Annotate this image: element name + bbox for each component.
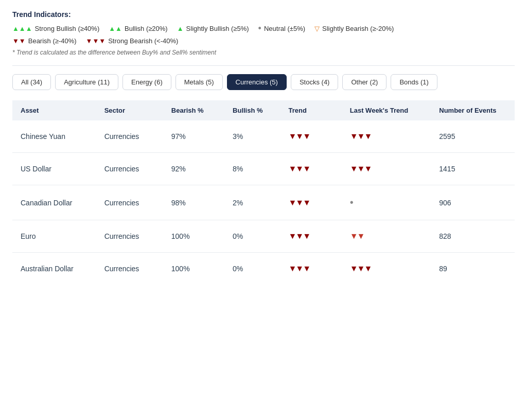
strong-bearish-trend-icon: ▼▼▼ xyxy=(350,132,372,141)
col-header-bearish: Bearish % xyxy=(163,100,224,120)
filter-tabs: All (34) Agriculture (11) Energy (6) Met… xyxy=(12,74,515,90)
cell-events-1: 1415 xyxy=(431,153,515,185)
bearish-trend-icon: ▼▼ xyxy=(350,232,364,240)
trend-indicators-section: Trend Indicators: ▲▲▲ Strong Bullish (≥4… xyxy=(12,10,515,56)
slightly-bullish-icon: ▲ xyxy=(177,25,184,32)
slightly-bearish-icon: ▽ xyxy=(314,25,320,32)
cell-bearish-1: 92% xyxy=(163,153,224,185)
cell-last-week-4: ▼▼▼ xyxy=(342,253,431,285)
strong-bearish-icon: ▼▼▼ xyxy=(86,37,106,45)
table-header-row: Asset Sector Bearish % Bullish % Trend L… xyxy=(12,100,515,120)
legend-strong-bearish: ▼▼▼ Strong Bearish (<-40%) xyxy=(86,37,179,45)
strong-bearish-trend-icon: ▼▼▼ xyxy=(289,164,310,173)
cell-sector-1: Currencies xyxy=(96,153,163,185)
bearish-label: Bearish (≥-40%) xyxy=(28,37,77,45)
neutral-icon: • xyxy=(258,24,261,33)
cell-events-4: 89 xyxy=(431,253,515,285)
trend-note: * Trend is calculated as the difference … xyxy=(12,49,515,56)
cell-asset-3: Euro xyxy=(12,220,96,253)
strong-bearish-trend-icon: ▼▼▼ xyxy=(350,164,372,173)
trend-indicators-title: Trend Indicators: xyxy=(12,10,515,19)
strong-bearish-trend-icon: ▼▼▼ xyxy=(289,264,310,273)
tab-agriculture[interactable]: Agriculture (11) xyxy=(55,74,118,90)
table-row: Chinese Yuan Currencies 97% 3% ▼▼▼ ▼▼▼ 2… xyxy=(12,120,515,153)
legend-row-2: ▼▼ Bearish (≥-40%) ▼▼▼ Strong Bearish (<… xyxy=(12,37,515,45)
cell-trend-1: ▼▼▼ xyxy=(280,153,342,185)
table-row: Euro Currencies 100% 0% ▼▼▼ ▼▼ 828 xyxy=(12,220,515,253)
cell-sector-2: Currencies xyxy=(96,185,163,220)
cell-trend-2: ▼▼▼ xyxy=(280,185,342,220)
legend-slightly-bullish: ▲ Slightly Bullish (≥5%) xyxy=(177,25,249,32)
cell-bearish-2: 98% xyxy=(163,185,224,220)
col-header-trend: Trend xyxy=(280,100,342,120)
neutral-label: Neutral (±5%) xyxy=(264,25,305,32)
cell-bullish-4: 0% xyxy=(224,253,280,285)
cell-bullish-2: 2% xyxy=(224,185,280,220)
strong-bearish-label: Strong Bearish (<-40%) xyxy=(108,37,178,45)
cell-trend-4: ▼▼▼ xyxy=(280,253,342,285)
slightly-bullish-label: Slightly Bullish (≥5%) xyxy=(186,25,249,32)
table-header: Asset Sector Bearish % Bullish % Trend L… xyxy=(12,100,515,120)
cell-last-week-0: ▼▼▼ xyxy=(342,120,431,153)
tab-all[interactable]: All (34) xyxy=(12,74,51,90)
tab-currencies[interactable]: Currencies (5) xyxy=(227,74,287,90)
bullish-label: Bullish (≥20%) xyxy=(125,25,168,32)
section-divider xyxy=(12,65,515,66)
col-header-bullish: Bullish % xyxy=(224,100,280,120)
cell-last-week-2: • xyxy=(342,185,431,220)
strong-bearish-trend-icon: ▼▼▼ xyxy=(289,198,310,207)
cell-bullish-3: 0% xyxy=(224,220,280,253)
strong-bullish-label: Strong Bullish (≥40%) xyxy=(35,25,100,32)
legend-strong-bullish: ▲▲▲ Strong Bullish (≥40%) xyxy=(12,25,99,32)
bullish-icon: ▲▲ xyxy=(109,25,122,32)
cell-trend-3: ▼▼▼ xyxy=(280,220,342,253)
cell-asset-0: Chinese Yuan xyxy=(12,120,96,153)
col-header-last-week: Last Week's Trend xyxy=(342,100,431,120)
table-row: Australian Dollar Currencies 100% 0% ▼▼▼… xyxy=(12,253,515,285)
cell-last-week-1: ▼▼▼ xyxy=(342,153,431,185)
strong-bearish-trend-icon: ▼▼▼ xyxy=(350,264,372,273)
strong-bullish-icon: ▲▲▲ xyxy=(12,25,32,32)
cell-asset-2: Canadian Dollar xyxy=(12,185,96,220)
legend-slightly-bearish: ▽ Slightly Bearish (≥-20%) xyxy=(314,25,394,32)
table-body: Chinese Yuan Currencies 97% 3% ▼▼▼ ▼▼▼ 2… xyxy=(12,120,515,285)
tab-metals[interactable]: Metals (5) xyxy=(175,74,223,90)
neutral-trend-icon: • xyxy=(350,197,354,208)
cell-sector-0: Currencies xyxy=(96,120,163,153)
cell-events-3: 828 xyxy=(431,220,515,253)
legend-bullish: ▲▲ Bullish (≥20%) xyxy=(109,25,167,32)
strong-bearish-trend-icon: ▼▼▼ xyxy=(289,132,310,141)
cell-sector-4: Currencies xyxy=(96,253,163,285)
col-header-asset: Asset xyxy=(12,100,96,120)
strong-bearish-trend-icon: ▼▼▼ xyxy=(289,232,310,240)
cell-bearish-0: 97% xyxy=(163,120,224,153)
table-row: Canadian Dollar Currencies 98% 2% ▼▼▼ • … xyxy=(12,185,515,220)
col-header-sector: Sector xyxy=(96,100,163,120)
cell-sector-3: Currencies xyxy=(96,220,163,253)
cell-bearish-4: 100% xyxy=(163,253,224,285)
legend-row-1: ▲▲▲ Strong Bullish (≥40%) ▲▲ Bullish (≥2… xyxy=(12,24,515,33)
cell-asset-4: Australian Dollar xyxy=(12,253,96,285)
legend-bearish: ▼▼ Bearish (≥-40%) xyxy=(12,37,77,45)
cell-bearish-3: 100% xyxy=(163,220,224,253)
tab-energy[interactable]: Energy (6) xyxy=(122,74,171,90)
cell-bullish-1: 8% xyxy=(224,153,280,185)
col-header-events: Number of Events xyxy=(431,100,515,120)
cell-last-week-3: ▼▼ xyxy=(342,220,431,253)
slightly-bearish-label: Slightly Bearish (≥-20%) xyxy=(322,25,394,32)
bearish-icon: ▼▼ xyxy=(12,37,26,45)
cell-trend-0: ▼▼▼ xyxy=(280,120,342,153)
table-row: US Dollar Currencies 92% 8% ▼▼▼ ▼▼▼ 1415 xyxy=(12,153,515,185)
cell-asset-1: US Dollar xyxy=(12,153,96,185)
data-table: Asset Sector Bearish % Bullish % Trend L… xyxy=(12,100,515,285)
legend-neutral: • Neutral (±5%) xyxy=(258,24,305,33)
cell-events-2: 906 xyxy=(431,185,515,220)
tab-bonds[interactable]: Bonds (1) xyxy=(391,74,437,90)
tab-stocks[interactable]: Stocks (4) xyxy=(291,74,339,90)
cell-bullish-0: 3% xyxy=(224,120,280,153)
cell-events-0: 2595 xyxy=(431,120,515,153)
tab-other[interactable]: Other (2) xyxy=(342,74,387,90)
